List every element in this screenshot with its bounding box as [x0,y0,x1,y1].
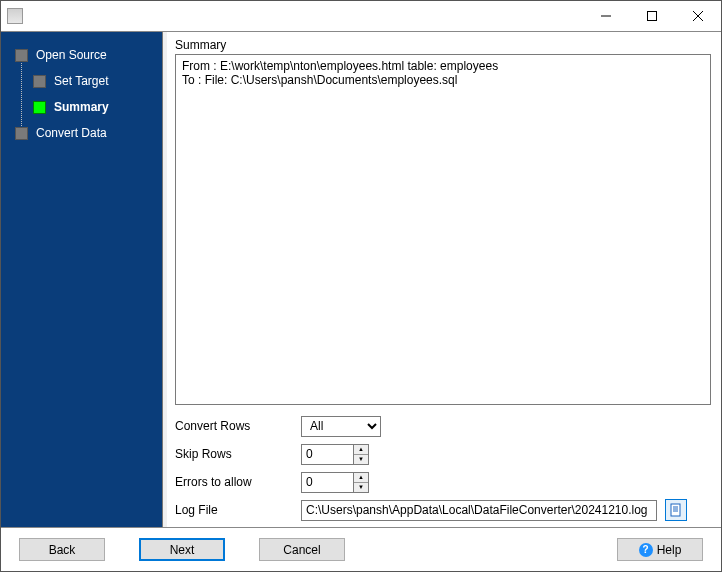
svg-rect-4 [671,504,680,516]
close-button[interactable] [675,1,721,31]
skip-rows-input[interactable] [301,444,353,465]
main-panel: Summary From : E:\work\temp\nton\employe… [167,32,721,527]
wizard-sidebar: Open Source Set Target Summary Convert D… [1,32,163,527]
step-convert-data[interactable]: Convert Data [1,120,162,146]
maximize-button[interactable] [629,1,675,31]
step-label: Open Source [36,48,107,62]
next-label: Next [170,543,195,557]
titlebar [1,1,721,31]
skip-rows-up[interactable]: ▲ [354,445,368,455]
help-label: Help [657,543,682,557]
step-box-icon [15,49,28,62]
errors-input[interactable] [301,472,353,493]
step-summary[interactable]: Summary [1,94,162,120]
skip-rows-label: Skip Rows [175,447,301,461]
cancel-label: Cancel [283,543,320,557]
step-label: Set Target [54,74,108,88]
errors-down[interactable]: ▼ [354,483,368,492]
back-label: Back [49,543,76,557]
errors-label: Errors to allow [175,475,301,489]
errors-up[interactable]: ▲ [354,473,368,483]
minimize-button[interactable] [583,1,629,31]
logfile-input[interactable] [301,500,657,521]
app-icon [7,8,23,24]
back-button[interactable]: Back [19,538,105,561]
document-icon [669,503,683,517]
step-open-source[interactable]: Open Source [1,42,162,68]
browse-logfile-button[interactable] [665,499,687,521]
summary-textarea[interactable]: From : E:\work\temp\nton\employees.html … [175,54,711,405]
svg-rect-1 [648,12,657,21]
step-set-target[interactable]: Set Target [1,68,162,94]
step-box-icon [15,127,28,140]
help-icon: ? [639,543,653,557]
summary-label: Summary [175,38,711,52]
step-label: Convert Data [36,126,107,140]
cancel-button[interactable]: Cancel [259,538,345,561]
skip-rows-down[interactable]: ▼ [354,455,368,464]
help-button[interactable]: ? Help [617,538,703,561]
convert-rows-label: Convert Rows [175,419,301,433]
step-box-icon [33,101,46,114]
convert-rows-select[interactable]: All [301,416,381,437]
step-box-icon [33,75,46,88]
wizard-footer: Back Next Cancel ? Help [1,527,721,571]
next-button[interactable]: Next [139,538,225,561]
logfile-label: Log File [175,503,301,517]
step-label: Summary [54,100,109,114]
